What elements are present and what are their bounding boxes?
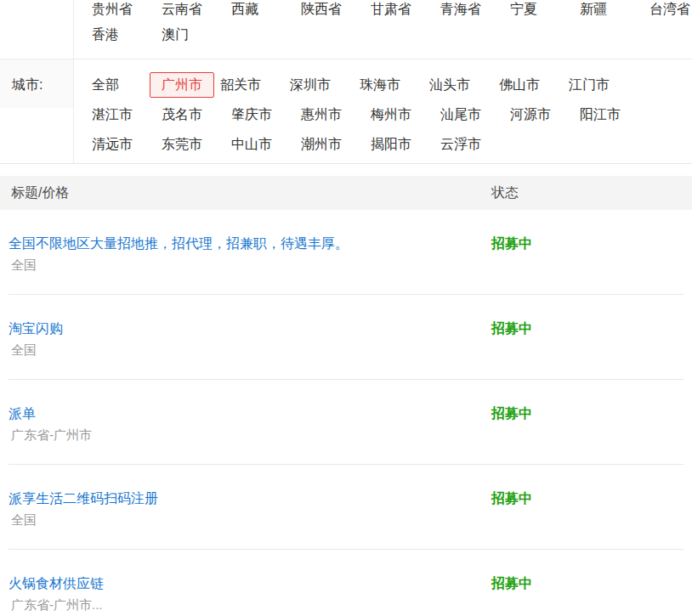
status-badge: 招募中 <box>491 491 532 506</box>
province-option[interactable]: 青海省 <box>440 3 481 16</box>
status-badge: 招募中 <box>491 576 532 591</box>
job-main-cell: 淘宝闪购 全国 <box>0 295 491 380</box>
column-header-status: 状态 <box>491 184 692 202</box>
job-status-cell: 招募中 <box>491 550 692 616</box>
city-option[interactable]: 梅州市 <box>371 108 411 122</box>
city-option[interactable]: 茂名市 <box>162 108 202 122</box>
filter-card: 贵州省 云南省 西藏 陕西省 甘肃省 青海省 宁夏 新疆 台湾省 香港 澳门 城… <box>0 0 692 164</box>
job-status-cell: 招募中 <box>491 295 692 380</box>
job-main-cell: 火锅食材供应链 广东省-广州市... <box>0 550 491 616</box>
city-option[interactable]: 潮州市 <box>301 138 342 151</box>
table-row: 派单 广东省-广州市 招募中 <box>0 380 692 465</box>
province-option[interactable]: 甘肃省 <box>371 3 411 16</box>
city-option[interactable]: 东莞市 <box>162 138 202 151</box>
city-option[interactable]: 汕头市 <box>429 78 470 92</box>
job-title-link[interactable]: 派单 <box>9 405 36 421</box>
province-option[interactable]: 台湾省 <box>649 3 690 16</box>
city-option[interactable]: 韶关市 <box>220 78 261 92</box>
city-option[interactable]: 汕尾市 <box>440 108 481 122</box>
job-location: 广东省-广州市... <box>9 597 491 613</box>
province-option[interactable]: 贵州省 <box>92 3 133 16</box>
section-gap <box>0 164 692 176</box>
column-header-title: 标题/价格 <box>0 184 491 202</box>
city-option[interactable]: 阳江市 <box>580 108 621 122</box>
job-location: 全国 <box>9 257 491 273</box>
city-options: 全部 广州市 韶关市 深圳市 珠海市 汕头市 佛山市 江门市 湛江市 茂名市 肇… <box>74 59 692 163</box>
city-option[interactable]: 珠海市 <box>360 78 400 92</box>
table-row: 淘宝闪购 全国 招募中 <box>0 295 692 380</box>
job-title-link[interactable]: 火锅食材供应链 <box>9 575 104 591</box>
job-status-cell: 招募中 <box>491 210 692 295</box>
province-options-line: 香港 澳门 <box>92 22 692 48</box>
province-option[interactable]: 西藏 <box>231 3 272 16</box>
city-options-line: 湛江市 茂名市 肇庆市 惠州市 梅州市 汕尾市 河源市 阳江市 <box>92 99 692 129</box>
table-header: 标题/价格 状态 <box>0 176 692 210</box>
city-option[interactable]: 中山市 <box>231 138 272 151</box>
province-options-line: 贵州省 云南省 西藏 陕西省 甘肃省 青海省 宁夏 新疆 台湾省 <box>92 0 692 22</box>
table-row: 派享生活二维码扫码注册 全国 招募中 <box>0 465 692 550</box>
job-location: 全国 <box>9 512 491 528</box>
job-title-link[interactable]: 淘宝闪购 <box>9 320 63 336</box>
job-status-cell: 招募中 <box>491 465 692 550</box>
city-option[interactable]: 惠州市 <box>301 108 342 122</box>
job-location: 全国 <box>9 342 491 358</box>
city-option-selected[interactable]: 广州市 <box>150 72 214 98</box>
job-list: 全国不限地区大量招地推，招代理，招兼职，待遇丰厚。 全国 招募中 淘宝闪购 全国… <box>0 210 692 616</box>
city-option-all[interactable]: 全部 <box>92 78 133 92</box>
city-filter-row: 城市: 全部 广州市 韶关市 深圳市 珠海市 汕头市 佛山市 江门市 湛江市 茂… <box>0 59 692 164</box>
province-option[interactable]: 香港 <box>92 28 133 42</box>
status-badge: 招募中 <box>491 406 532 421</box>
province-option[interactable]: 陕西省 <box>301 3 342 16</box>
job-title-link[interactable]: 派享生活二维码扫码注册 <box>9 490 158 506</box>
table-row: 火锅食材供应链 广东省-广州市... 招募中 <box>0 550 692 616</box>
city-options-line: 清远市 东莞市 中山市 潮州市 揭阳市 云浮市 <box>92 129 692 159</box>
province-filter-label-cell <box>0 0 74 59</box>
city-option[interactable]: 云浮市 <box>440 138 481 151</box>
status-badge: 招募中 <box>491 321 532 336</box>
city-option[interactable]: 佛山市 <box>499 78 540 92</box>
city-option[interactable]: 揭阳市 <box>371 138 411 151</box>
job-main-cell: 派单 广东省-广州市 <box>0 380 491 465</box>
city-option[interactable]: 肇庆市 <box>231 108 272 122</box>
table-row: 全国不限地区大量招地推，招代理，招兼职，待遇丰厚。 全国 招募中 <box>0 210 692 295</box>
province-option[interactable]: 云南省 <box>162 3 202 16</box>
province-option[interactable]: 新疆 <box>580 3 621 16</box>
job-title-link[interactable]: 全国不限地区大量招地推，招代理，招兼职，待遇丰厚。 <box>9 235 349 251</box>
city-filter-label: 城市: <box>0 59 73 108</box>
city-option[interactable]: 河源市 <box>510 108 551 122</box>
city-options-line: 全部 广州市 韶关市 深圳市 珠海市 汕头市 佛山市 江门市 <box>92 70 692 99</box>
province-filter-row: 贵州省 云南省 西藏 陕西省 甘肃省 青海省 宁夏 新疆 台湾省 香港 澳门 <box>0 0 692 59</box>
province-option[interactable]: 宁夏 <box>510 3 551 16</box>
city-option[interactable]: 深圳市 <box>290 78 331 92</box>
city-option[interactable]: 清远市 <box>92 138 133 151</box>
job-main-cell: 全国不限地区大量招地推，招代理，招兼职，待遇丰厚。 全国 <box>0 210 491 295</box>
city-option[interactable]: 湛江市 <box>92 108 133 122</box>
job-status-cell: 招募中 <box>491 380 692 465</box>
status-badge: 招募中 <box>491 236 532 251</box>
city-option[interactable]: 江门市 <box>569 78 610 92</box>
province-options: 贵州省 云南省 西藏 陕西省 甘肃省 青海省 宁夏 新疆 台湾省 香港 澳门 <box>74 0 692 59</box>
province-option[interactable]: 澳门 <box>162 28 202 42</box>
job-location: 广东省-广州市 <box>9 427 491 443</box>
city-filter-label-cell: 城市: <box>0 59 74 163</box>
job-main-cell: 派享生活二维码扫码注册 全国 <box>0 465 491 550</box>
